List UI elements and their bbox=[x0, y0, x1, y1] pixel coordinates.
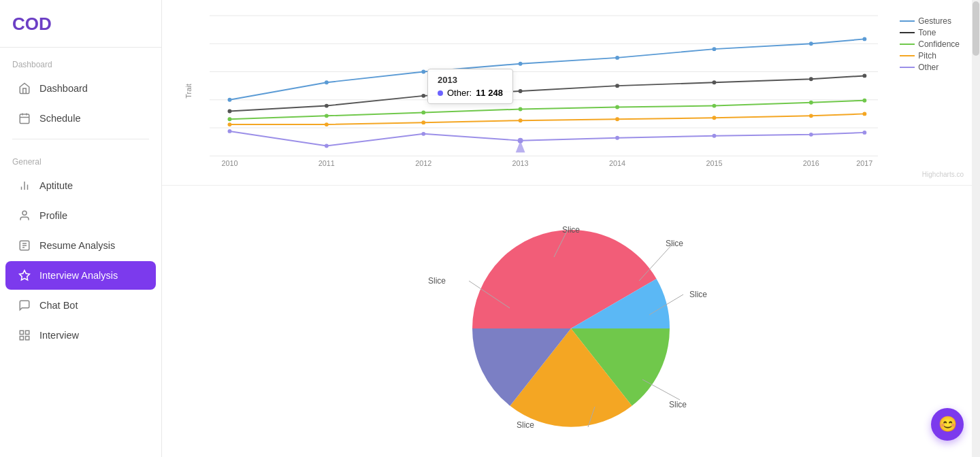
legend-confidence-label: Confidence bbox=[918, 39, 960, 49]
svg-point-47 bbox=[421, 94, 425, 98]
confidence-legend-line bbox=[900, 44, 915, 45]
line-chart-svg: 125k 100k 75k 50k 25k 0 2010 2011 2012 2… bbox=[210, 11, 878, 171]
pie-label-bottom: Slice bbox=[517, 418, 534, 430]
svg-rect-15 bbox=[20, 337, 23, 340]
star-icon bbox=[18, 269, 31, 282]
svg-point-49 bbox=[615, 84, 619, 88]
svg-point-54 bbox=[325, 114, 329, 118]
chat-icon bbox=[18, 299, 31, 312]
sidebar-item-label: Interview Analysis bbox=[39, 270, 118, 281]
sidebar-item-label: Aptitute bbox=[39, 180, 73, 191]
scrollbar-track[interactable] bbox=[972, 0, 980, 457]
svg-point-58 bbox=[712, 104, 716, 108]
legend-pitch: Pitch bbox=[900, 51, 960, 61]
legend-confidence: Confidence bbox=[900, 39, 960, 49]
svg-point-55 bbox=[421, 110, 425, 114]
sidebar-item-interview-analysis[interactable]: Interview Analysis bbox=[5, 261, 156, 290]
svg-marker-12 bbox=[20, 271, 30, 280]
svg-point-62 bbox=[325, 122, 329, 126]
svg-point-67 bbox=[809, 114, 813, 118]
slice-label-3: Slice bbox=[689, 290, 707, 299]
app-logo: COD bbox=[0, 0, 161, 48]
pie-slice-6[interactable] bbox=[472, 230, 571, 328]
pitch-legend-line bbox=[900, 55, 915, 56]
sidebar-item-label: Schedule bbox=[39, 113, 80, 124]
document-icon bbox=[18, 239, 31, 252]
pie-label-topright: Slice bbox=[666, 237, 683, 249]
svg-point-59 bbox=[809, 101, 813, 105]
pie-label-bottomright: Slice bbox=[669, 398, 687, 410]
grid-icon bbox=[18, 328, 31, 342]
sidebar-item-chat-bot[interactable]: Chat Bot bbox=[5, 291, 156, 320]
svg-text:2011: 2011 bbox=[318, 159, 335, 167]
sidebar-item-label: Interview bbox=[39, 330, 79, 341]
y-axis-label: Trait bbox=[184, 84, 193, 99]
pie-chart-svg bbox=[448, 206, 693, 451]
svg-point-56 bbox=[519, 107, 523, 112]
dashboard-section: Dashboard bbox=[0, 48, 161, 73]
general-section: General bbox=[0, 145, 161, 171]
legend-gestures-label: Gestures bbox=[918, 16, 951, 26]
svg-text:2015: 2015 bbox=[706, 159, 722, 167]
calendar-icon bbox=[18, 112, 31, 125]
svg-point-38 bbox=[325, 80, 329, 84]
sidebar-item-label: Dashboard bbox=[39, 83, 88, 94]
svg-point-7 bbox=[22, 211, 27, 215]
legend-gestures: Gestures bbox=[900, 16, 960, 26]
svg-rect-14 bbox=[26, 331, 29, 334]
svg-point-51 bbox=[809, 77, 813, 81]
svg-point-39 bbox=[421, 70, 425, 74]
pie-label-top: Slice bbox=[562, 223, 580, 235]
svg-point-61 bbox=[228, 122, 232, 126]
sidebar-item-interview[interactable]: Interview bbox=[5, 321, 156, 350]
svg-point-71 bbox=[421, 132, 425, 136]
fab-button[interactable]: 😊 bbox=[931, 408, 964, 441]
svg-point-48 bbox=[519, 89, 523, 93]
sidebar-item-schedule[interactable]: Schedule bbox=[5, 104, 156, 133]
pie-chart-section: Slice Slice Slice Slice Slice Slice bbox=[162, 186, 980, 457]
tone-legend-line bbox=[900, 32, 915, 33]
svg-point-46 bbox=[325, 104, 329, 108]
svg-point-45 bbox=[228, 109, 232, 114]
sidebar-divider bbox=[12, 139, 149, 139]
svg-point-73 bbox=[615, 136, 619, 140]
svg-marker-77 bbox=[516, 141, 525, 153]
svg-point-65 bbox=[615, 117, 619, 121]
sidebar-item-dashboard[interactable]: Dashboard bbox=[5, 74, 156, 103]
sidebar-item-aptitude[interactable]: Aptitute bbox=[5, 171, 156, 200]
svg-point-42 bbox=[712, 47, 716, 51]
slice-label-2: Slice bbox=[666, 239, 683, 248]
svg-point-43 bbox=[809, 41, 813, 46]
svg-point-53 bbox=[228, 117, 232, 121]
sidebar-item-profile[interactable]: Profile bbox=[5, 201, 156, 230]
svg-point-63 bbox=[421, 120, 425, 124]
svg-rect-13 bbox=[20, 331, 23, 334]
svg-point-52 bbox=[862, 73, 866, 78]
slice-label-5: Slice bbox=[517, 420, 534, 430]
svg-point-41 bbox=[615, 56, 619, 60]
svg-text:2017: 2017 bbox=[856, 159, 872, 167]
legend-tone-label: Tone bbox=[918, 28, 936, 37]
svg-point-44 bbox=[862, 37, 866, 41]
svg-point-75 bbox=[809, 133, 813, 137]
sidebar-item-label: Resume Analysis bbox=[39, 240, 115, 251]
scrollbar-thumb[interactable] bbox=[973, 1, 979, 56]
svg-point-37 bbox=[228, 98, 232, 102]
sidebar-item-resume-analysis[interactable]: Resume Analysis bbox=[5, 231, 156, 260]
gestures-legend-line bbox=[900, 20, 915, 22]
main-content: Trait 125k 100k 75k 50k 25k 0 2010 201 bbox=[162, 0, 980, 457]
home-icon bbox=[18, 82, 31, 95]
svg-point-70 bbox=[325, 144, 329, 148]
pie-label-right: Slice bbox=[689, 288, 707, 300]
svg-point-76 bbox=[862, 131, 866, 135]
svg-text:2010: 2010 bbox=[221, 159, 238, 167]
bar-chart-icon bbox=[18, 179, 31, 192]
svg-point-40 bbox=[519, 62, 523, 66]
svg-point-74 bbox=[712, 134, 716, 138]
slice-label-4: Slice bbox=[669, 400, 687, 409]
person-icon bbox=[18, 209, 31, 222]
slice-label-6: Slice bbox=[428, 276, 446, 286]
sidebar: COD Dashboard Dashboard Schedule General… bbox=[0, 0, 162, 457]
svg-point-68 bbox=[862, 112, 866, 116]
svg-point-69 bbox=[228, 129, 232, 133]
